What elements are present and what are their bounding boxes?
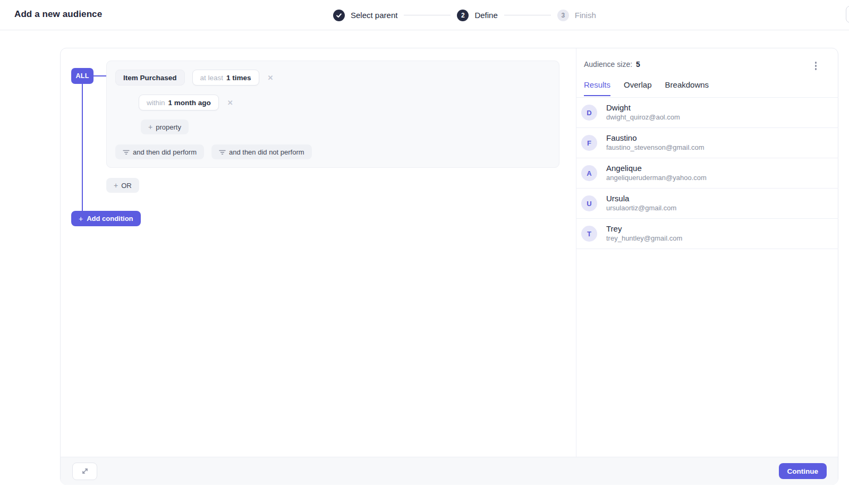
add-property-label: property <box>156 123 181 131</box>
audience-size-label: Audience size: <box>584 60 632 69</box>
window-value: 1 month ago <box>168 99 211 107</box>
event-name: Item Purchased <box>123 74 177 82</box>
page-title: Add a new audience <box>14 9 102 20</box>
user-row[interactable]: A Angelique angeliqueruderman@yahoo.com <box>576 158 838 189</box>
filter-lines-icon <box>219 149 226 155</box>
wizard-stepper: Select parent 2 Define 3 Finish <box>333 0 596 30</box>
condition-builder: ALL Item Purchased at least 1 times ✕ <box>61 48 576 457</box>
plus-icon: + <box>114 181 118 190</box>
avatar: D <box>581 105 597 121</box>
cutoff-header-button[interactable] <box>846 6 849 23</box>
avatar: T <box>581 226 597 242</box>
avatar: U <box>581 195 597 211</box>
plus-icon: + <box>79 215 83 223</box>
frequency-prefix: at least <box>200 74 224 82</box>
user-list: D Dwight dwight_quiroz@aol.com F Faustin… <box>576 98 838 249</box>
user-email: faustino_stevenson@gmail.com <box>606 143 704 152</box>
tab-overlap[interactable]: Overlap <box>624 80 652 96</box>
step-label: Finish <box>575 11 596 20</box>
condition-group-box: Item Purchased at least 1 times ✕ within… <box>106 61 559 168</box>
user-row[interactable]: T Trey trey_huntley@gmail.com <box>576 219 838 249</box>
remove-window-icon[interactable]: ✕ <box>226 98 234 108</box>
user-row[interactable]: D Dwight dwight_quiroz@aol.com <box>576 98 838 128</box>
filter-lines-icon <box>123 149 130 155</box>
frequency-chip[interactable]: at least 1 times <box>192 70 259 86</box>
avatar: F <box>581 135 597 151</box>
kebab-menu-icon[interactable] <box>813 60 819 72</box>
step-number-badge: 2 <box>457 10 469 21</box>
add-condition-label: Add condition <box>87 215 133 223</box>
user-email: angeliqueruderman@yahoo.com <box>606 174 707 183</box>
stepper-connector <box>404 15 451 15</box>
connector-line <box>94 75 107 76</box>
results-header: Audience size:5 <box>584 60 818 72</box>
add-or-button[interactable]: + OR <box>106 178 139 193</box>
user-email: trey_huntley@gmail.com <box>606 234 682 243</box>
audience-editor-card: ALL Item Purchased at least 1 times ✕ <box>60 48 838 485</box>
frequency-value: 1 times <box>226 74 251 82</box>
or-label: OR <box>121 182 132 190</box>
audience-size: Audience size:5 <box>584 60 640 69</box>
add-property-button[interactable]: + property <box>141 119 189 134</box>
step-complete-check-icon <box>333 10 345 21</box>
then-did-not-perform-button[interactable]: and then did not perform <box>211 144 312 159</box>
results-tabs: Results Overlap Breakdowns <box>584 80 709 96</box>
tab-breakdowns[interactable]: Breakdowns <box>665 80 709 96</box>
step-finish: 3 Finish <box>557 10 596 21</box>
window-prefix: within <box>147 99 165 107</box>
tab-results[interactable]: Results <box>584 80 610 96</box>
step-number-badge: 3 <box>557 10 569 21</box>
expand-button[interactable] <box>72 463 97 480</box>
user-name: Dwight <box>606 103 680 113</box>
plus-icon: + <box>148 123 152 131</box>
avatar: A <box>581 165 597 181</box>
header-bar: Add a new audience Select parent 2 Defin… <box>0 0 849 30</box>
user-email: ursulaortiz@gmail.com <box>606 204 676 213</box>
results-panel: Audience size:5 Results Overlap Breakdow… <box>576 48 838 457</box>
then-did-not-perform-label: and then did not perform <box>229 148 304 156</box>
then-did-perform-label: and then did perform <box>133 148 197 156</box>
user-name: Angelique <box>606 164 707 174</box>
step-select-parent[interactable]: Select parent <box>333 10 397 21</box>
add-audience-page: Add a new audience Select parent 2 Defin… <box>0 0 849 504</box>
step-label: Select parent <box>351 11 397 20</box>
stepper-connector <box>504 15 551 15</box>
event-chip[interactable]: Item Purchased <box>115 70 185 86</box>
group-operator-badge[interactable]: ALL <box>71 68 94 84</box>
then-did-perform-button[interactable]: and then did perform <box>115 144 204 159</box>
card-footer: Continue <box>61 457 838 485</box>
time-window-chip[interactable]: within 1 month ago <box>139 95 219 110</box>
add-condition-button[interactable]: + Add condition <box>71 211 141 226</box>
remove-condition-icon[interactable]: ✕ <box>267 73 275 83</box>
user-row[interactable]: F Faustino faustino_stevenson@gmail.com <box>576 128 838 158</box>
step-define[interactable]: 2 Define <box>457 10 497 21</box>
user-name: Faustino <box>606 133 704 143</box>
user-row[interactable]: U Ursula ursulaortiz@gmail.com <box>576 189 838 219</box>
step-label: Define <box>474 11 497 20</box>
continue-button[interactable]: Continue <box>779 463 827 479</box>
user-email: dwight_quiroz@aol.com <box>606 113 680 122</box>
diagonal-resize-icon <box>81 467 89 475</box>
user-name: Trey <box>606 224 682 234</box>
audience-size-value: 5 <box>636 60 640 69</box>
connector-line <box>82 84 83 211</box>
user-name: Ursula <box>606 194 676 204</box>
